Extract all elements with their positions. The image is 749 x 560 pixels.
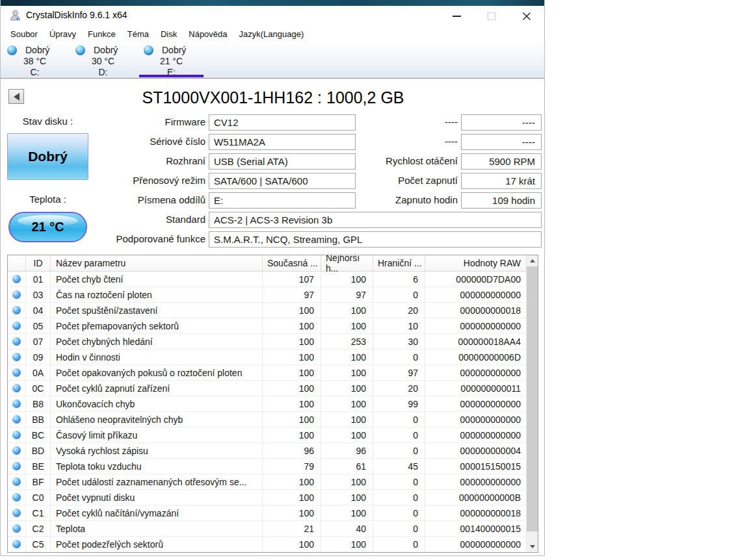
cell-status: [8, 381, 26, 396]
cell-worst: 40: [321, 521, 373, 536]
cell-threshold-text: 10: [408, 321, 418, 331]
cell-current: 100: [263, 381, 321, 396]
table-row[interactable]: 07Počet chybných hledání1002533000000001…: [8, 334, 538, 350]
table-row[interactable]: 09Hodin v činnosti100100000000000006D: [8, 350, 538, 365]
table-row[interactable]: 03Čas na roztočení ploten979700000000000…: [8, 287, 538, 303]
cell-raw: 000000000000: [425, 396, 527, 411]
cell-current-text: 100: [299, 414, 314, 425]
cell-id: 01: [26, 272, 51, 286]
cell-current: 100: [263, 505, 321, 520]
cell-worst-text: 100: [351, 539, 366, 550]
menu-item-tema[interactable]: Téma: [122, 28, 155, 40]
table-row[interactable]: BETeplota toku vzduchu796145000015150015: [8, 459, 538, 474]
cell-current-text: 100: [299, 352, 314, 363]
cell-name-text: Vysoká rychlost zápisu: [56, 446, 148, 456]
table-row[interactable]: BBOhlášeno neopravitelných chyb100100000…: [8, 412, 538, 427]
table-row[interactable]: C2Teplota21400001400000015: [8, 521, 538, 537]
cell-current: 97: [263, 287, 321, 302]
table-row[interactable]: C0Počet vypnutí disku100100000000000000B: [8, 490, 538, 505]
close-button[interactable]: [512, 6, 542, 26]
status-orb-icon: [12, 337, 21, 346]
cell-id: 0C: [26, 381, 51, 396]
cell-raw: 000000000011: [425, 381, 527, 396]
menu-item-upravy[interactable]: Úpravy: [44, 28, 82, 40]
header-threshold[interactable]: Hraniční ...: [373, 255, 425, 271]
field-value-box: 5900 RPM: [461, 153, 542, 170]
table-row[interactable]: BCČasový limit příkazu100100000000000000…: [8, 427, 538, 443]
table-row[interactable]: BFPočet událostí zaznamenaných otřesovým…: [8, 474, 538, 490]
scrollbar-thumb[interactable]: [527, 266, 538, 531]
app-icon: [9, 9, 21, 21]
cell-id: C2: [26, 521, 51, 536]
drive-tab-d[interactable]: Dobrý30 °CD:: [69, 42, 137, 78]
cell-status: [8, 303, 26, 318]
minimize-button[interactable]: [441, 6, 471, 26]
cell-name-text: Ohlášeno neopravitelných chyb: [56, 414, 183, 425]
vertical-scrollbar[interactable]: [527, 255, 538, 552]
menu-item-jazyk-language[interactable]: Jazyk(Language): [233, 28, 310, 40]
table-row[interactable]: 0APočet opakovaných pokusů o roztočení p…: [8, 365, 538, 381]
cell-id-text: 04: [33, 305, 44, 316]
cell-name-text: Počet spuštění/zastavení: [56, 305, 157, 316]
table-row[interactable]: 01Počet chyb čtení1071006000000D7DA00: [8, 272, 538, 287]
field-label: Standard: [166, 214, 205, 225]
table-row[interactable]: BDVysoká rychlost zápisu9696000000000000…: [8, 443, 538, 459]
cell-worst: 100: [321, 396, 373, 411]
table-row[interactable]: 04Počet spuštění/zastavení10010020000000…: [8, 303, 538, 318]
cell-name: Počet cyklů zapnutí zařízení: [51, 381, 263, 396]
cell-id-text: C2: [33, 524, 44, 534]
field-right-rychlost-otaceni: Rychlost otáčení5900 RPM: [1, 153, 545, 170]
cell-raw: 000000000000: [425, 365, 527, 380]
field-value-box: ----: [461, 134, 542, 150]
cell-name: Počet přemapovaných sektorů: [51, 318, 263, 333]
scroll-up-button[interactable]: [527, 255, 538, 266]
menu-item-disk[interactable]: Disk: [155, 28, 183, 40]
header-current[interactable]: Současná ...: [263, 255, 321, 271]
table-row[interactable]: 05Počet přemapovaných sektorů10010010000…: [8, 318, 538, 334]
cell-raw-text: 00000000006D: [458, 352, 521, 363]
cell-current-text: 100: [299, 539, 314, 550]
cell-status: [8, 459, 26, 474]
cell-worst: 100: [321, 412, 373, 427]
table-row[interactable]: B8Ukončovacích chyb10010099000000000000: [8, 396, 538, 412]
cell-id: BE: [26, 459, 51, 474]
menu-item-soubor[interactable]: Soubor: [5, 28, 44, 40]
header-id[interactable]: ID: [26, 255, 51, 271]
table-row[interactable]: C5Počet podezřelých sektorů1001000000000…: [8, 537, 538, 552]
cell-threshold: 0: [373, 537, 425, 552]
field-right-zapnuto-hodin: Zapnuto hodin109 hodin: [1, 192, 545, 209]
cell-worst: 100: [321, 381, 373, 396]
header-worst[interactable]: Nejhorší h...: [321, 255, 373, 271]
cell-raw: 000000D7DA00: [425, 272, 527, 286]
field-value-box: ACS-2 | ACS-3 Revision 3b: [209, 212, 542, 228]
drive-tab-e[interactable]: Dobrý21 °CE:: [137, 42, 205, 78]
cell-raw-text: 000000000000: [460, 321, 521, 331]
header-name[interactable]: Název parametru: [51, 255, 263, 271]
table-row[interactable]: C1Počet cyklů načítání/vymazání100100000…: [8, 505, 538, 521]
header-status-icon-column[interactable]: [8, 255, 26, 271]
cell-worst: 100: [321, 303, 373, 318]
tab-status-row: Dobrý: [1, 45, 69, 56]
cell-current-text: 100: [299, 492, 314, 503]
cell-threshold: 0: [373, 350, 425, 364]
cell-worst-text: 100: [351, 321, 366, 331]
header-raw[interactable]: Hodnoty RAW: [425, 255, 527, 271]
close-icon: [522, 12, 531, 21]
cell-current: 100: [263, 412, 321, 427]
table-row[interactable]: 0CPočet cyklů zapnutí zařízení1001002000…: [8, 381, 538, 396]
scroll-down-button[interactable]: [527, 541, 538, 552]
cell-worst-text: 100: [351, 508, 366, 518]
cell-threshold: 0: [373, 505, 425, 520]
table-body: 01Počet chyb čtení1071006000000D7DA0003Č…: [8, 272, 538, 552]
cell-raw-text: 001400000015: [460, 524, 521, 534]
maximize-button[interactable]: [477, 6, 506, 26]
cell-current: 21: [263, 521, 321, 536]
cell-current: 100: [263, 303, 321, 318]
cell-worst-text: 100: [351, 492, 366, 503]
menu-item-napoveda[interactable]: Nápověda: [183, 28, 233, 40]
status-orb-icon: [12, 400, 21, 408]
cell-name-text: Ukončovacích chyb: [56, 399, 135, 409]
menu-item-funkce[interactable]: Funkce: [82, 28, 122, 40]
cell-worst-text: 100: [351, 477, 366, 487]
drive-tab-c[interactable]: Dobrý38 °CC:: [1, 42, 69, 78]
